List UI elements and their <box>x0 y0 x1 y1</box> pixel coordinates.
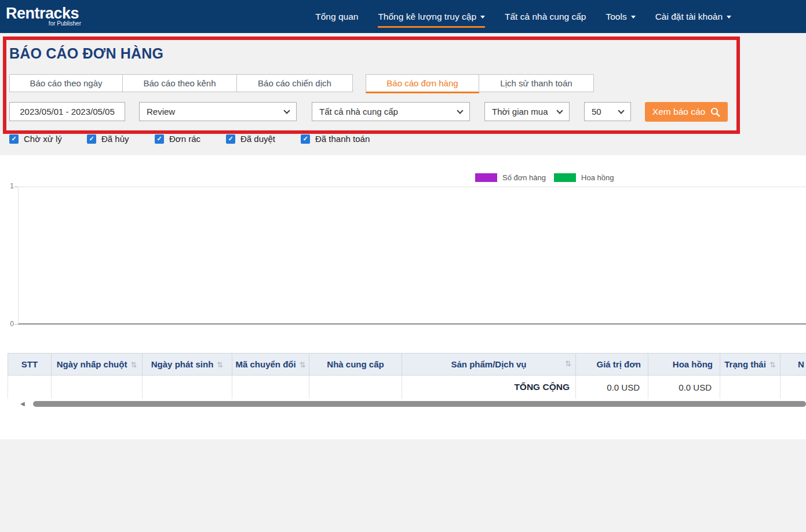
chevron-down-icon <box>457 107 463 114</box>
col-label: Sản phẩm/Dịch vụ <box>451 359 526 369</box>
checkbox-label: Đơn rác <box>169 134 200 144</box>
col-order-value: Giá trị đơn <box>576 354 648 376</box>
sort-icon[interactable]: ⇅ <box>130 360 137 369</box>
checkbox-approved[interactable]: ✓ Đã duyệt <box>226 134 275 144</box>
top-navbar: Rentracks for Publisher Tổng quan Thống … <box>0 0 806 33</box>
page-title: BÁO CÁO ĐƠN HÀNG <box>9 45 163 62</box>
sort-icon[interactable]: ⇅ <box>217 360 223 369</box>
legend-swatch-orders <box>475 173 497 182</box>
scrollbar-thumb[interactable] <box>33 401 806 407</box>
col-supplier: Nhà cung cấp <box>309 354 402 376</box>
status-select[interactable]: Review <box>139 102 297 121</box>
y-axis-tick-1: 1 <box>6 182 14 190</box>
search-icon <box>710 107 720 117</box>
col-label: Mã chuyển đổi <box>235 359 296 369</box>
tab-report-by-channel[interactable]: Báo cáo theo kênh <box>122 74 237 92</box>
checkbox-label: Đã duyệt <box>240 134 275 144</box>
date-range-value: 2023/05/01 - 2023/05/05 <box>20 107 114 116</box>
y-axis-tick-0: 0 <box>6 320 14 328</box>
nav-item-label: Tools <box>606 12 626 22</box>
col-label: STT <box>21 359 38 369</box>
tab-label: Báo cáo chiến dịch <box>258 78 331 88</box>
cell-empty <box>720 376 781 399</box>
checkbox-pending[interactable]: ✓ Chờ xử lý <box>9 134 62 144</box>
col-conversion-id[interactable]: Mã chuyển đổi⇅ <box>232 354 309 376</box>
cell-empty <box>781 376 806 399</box>
col-click-date[interactable]: Ngày nhấp chuột⇅ <box>52 354 143 376</box>
total-commission: 0.0 USD <box>648 376 720 399</box>
col-label: Giá trị đơn <box>596 359 641 369</box>
checkbox-cancelled[interactable]: ✓ Đã hủy <box>87 134 129 144</box>
col-label: N <box>798 359 804 369</box>
brand-name: Rentracks <box>6 5 81 21</box>
col-label: Hoa hồng <box>673 359 713 369</box>
view-report-button[interactable]: Xem báo cáo <box>645 102 728 122</box>
nav-item-label: Thống kê lượng truy cập <box>378 12 476 22</box>
checkbox-checked-icon: ✓ <box>87 134 96 144</box>
cell-empty <box>8 376 52 399</box>
time-type-select[interactable]: Thời gian mua <box>484 102 570 121</box>
tab-payment-history[interactable]: Lịch sử thanh toán <box>479 74 594 92</box>
chevron-down-icon <box>727 16 731 19</box>
checkbox-label: Chờ xử lý <box>24 134 62 144</box>
orders-table-container: STT Ngày nhấp chuột⇅ Ngày phát sinh⇅ Mã … <box>8 353 806 399</box>
chart-plot-area <box>18 187 806 325</box>
tab-label: Báo cáo theo kênh <box>143 78 216 88</box>
checkbox-label: Đã thanh toán <box>315 134 370 144</box>
footer-area <box>0 439 806 532</box>
limit-select[interactable]: 50 <box>584 102 631 121</box>
checkbox-checked-icon: ✓ <box>301 134 310 144</box>
nav-item-all-suppliers[interactable]: Tất cả nhà cung cấp <box>505 12 586 22</box>
nav-item-tools[interactable]: Tools <box>606 12 635 22</box>
legend-swatch-commission <box>554 173 576 182</box>
brand-logo[interactable]: Rentracks for Publisher <box>6 5 81 27</box>
total-order-value: 0.0 USD <box>576 376 648 399</box>
checkbox-checked-icon: ✓ <box>9 134 19 144</box>
col-status[interactable]: Trạng thái⇅ <box>720 354 781 376</box>
view-report-label: Xem báo cáo <box>652 107 705 117</box>
scroll-left-arrow-icon[interactable]: ◀ <box>20 400 25 407</box>
col-order-date[interactable]: Ngày phát sinh⇅ <box>143 354 232 376</box>
chart-legend: Số đơn hàng Hoa hồng <box>475 173 614 182</box>
tab-report-by-day[interactable]: Báo cáo theo ngày <box>9 74 123 92</box>
supplier-select[interactable]: Tất cả nhà cung cấp <box>312 102 470 121</box>
horizontal-scrollbar: ◀ <box>8 400 806 407</box>
supplier-select-value: Tất cả nhà cung cấp <box>319 107 398 116</box>
nav-item-account-settings[interactable]: Cài đặt tài khoản <box>655 12 731 22</box>
chevron-down-icon <box>480 16 485 19</box>
checkbox-checked-icon: ✓ <box>155 134 164 144</box>
nav-item-traffic-stats[interactable]: Thống kê lượng truy cập <box>378 12 485 22</box>
tab-label: Báo cáo theo ngày <box>30 78 102 88</box>
total-label: TỔNG CỘNG <box>402 376 576 399</box>
main-nav: Tổng quan Thống kê lượng truy cập Tất cả… <box>315 0 731 33</box>
tab-order-report[interactable]: Báo cáo đơn hàng <box>366 74 479 93</box>
col-truncated: N <box>781 354 806 376</box>
col-label: Ngày phát sinh <box>151 359 214 369</box>
col-product[interactable]: Sản phẩm/Dịch vụ⇅ <box>402 354 576 376</box>
tab-report-campaign[interactable]: Báo cáo chiến dịch <box>236 74 353 92</box>
chevron-down-icon <box>618 107 624 114</box>
checkbox-checked-icon: ✓ <box>226 134 235 144</box>
checkbox-spam[interactable]: ✓ Đơn rác <box>155 134 200 144</box>
brand-tagline: for Publisher <box>6 20 81 27</box>
chevron-down-icon <box>556 107 563 114</box>
table-header-row: STT Ngày nhấp chuột⇅ Ngày phát sinh⇅ Mã … <box>8 354 806 376</box>
legend-label-orders: Số đơn hàng <box>502 173 546 182</box>
col-stt: STT <box>8 354 52 376</box>
nav-item-overview[interactable]: Tổng quan <box>315 12 358 22</box>
cell-empty <box>232 376 309 399</box>
cell-empty <box>309 376 402 399</box>
sort-icon[interactable]: ⇅ <box>300 360 306 369</box>
limit-value: 50 <box>592 107 601 116</box>
table-total-row: TỔNG CỘNG 0.0 USD 0.0 USD <box>8 376 806 399</box>
nav-item-label: Cài đặt tài khoản <box>655 12 723 22</box>
status-select-value: Review <box>147 107 175 116</box>
sort-icon[interactable]: ⇅ <box>769 360 776 369</box>
col-label: Ngày nhấp chuột <box>57 359 127 369</box>
sort-icon[interactable]: ⇅ <box>565 359 571 368</box>
nav-item-label: Tổng quan <box>315 12 358 22</box>
time-type-value: Thời gian mua <box>492 107 548 116</box>
date-range-input[interactable]: 2023/05/01 - 2023/05/05 <box>9 102 125 121</box>
checkbox-paid[interactable]: ✓ Đã thanh toán <box>301 134 370 144</box>
chevron-down-icon <box>631 16 636 19</box>
